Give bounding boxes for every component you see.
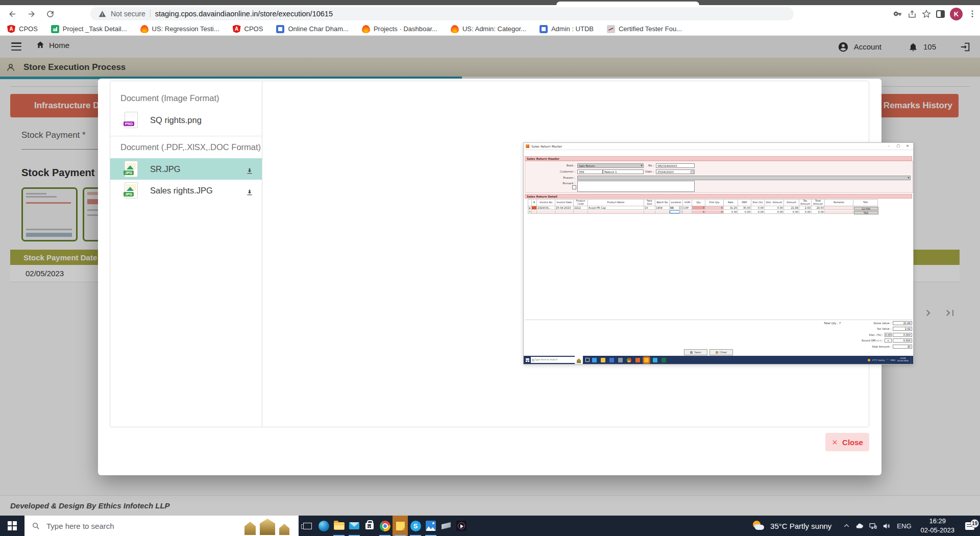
bookmark-item[interactable]: CPOS (7, 25, 38, 33)
sr-grid-column-header: UOM (683, 199, 692, 206)
sr-grid-cell: 0 (692, 210, 705, 214)
taskbar-app-notes[interactable] (393, 516, 408, 536)
taskbar-app-photos[interactable] (423, 516, 438, 536)
sr-grid-cell: Acpat-PR Cap (588, 206, 644, 210)
bookmark-item[interactable]: Projects · Dashboar... (362, 25, 437, 33)
bookmark-item[interactable]: US: Admin: Categor... (451, 25, 526, 33)
sr-total-label: Disc. (%) : (869, 333, 883, 336)
bookmark-label: Admin : UTDB (551, 25, 594, 33)
bookmark-item[interactable]: Certified Tester Fou... (607, 25, 682, 33)
sr-grid-column-header: Amount (784, 199, 799, 206)
taskbar-app-explorer[interactable] (331, 516, 347, 536)
bookmark-item[interactable]: Online Char Dham... (276, 25, 349, 33)
taskbar-app-snip[interactable] (438, 516, 454, 536)
sr-total-row: Disc. (%) :0.000.000 (815, 332, 912, 337)
sr-totals: Gross Value :21.88Tax Value :2.62Disc. (… (815, 321, 912, 350)
forward-button[interactable] (25, 8, 37, 20)
search-icon (32, 522, 40, 530)
start-button[interactable] (0, 516, 24, 536)
action-center-button[interactable]: 19 (960, 522, 980, 530)
back-icon (8, 9, 17, 19)
download-button[interactable] (246, 188, 254, 199)
bookmark-item[interactable]: US: Regression Testi... (140, 25, 219, 33)
side-panel-icon[interactable] (936, 10, 945, 18)
taskbar-app-edge[interactable] (316, 516, 331, 536)
browser-tab[interactable] (556, 2, 699, 5)
notification-badge: 19 (970, 519, 979, 528)
edge-icon (318, 521, 329, 531)
taskbar-app-mail[interactable] (347, 516, 362, 536)
search-input[interactable] (45, 521, 190, 531)
file-type-icon-png: PNG (125, 112, 138, 128)
sr-grid-row-1: ▸2324031...25-04-20232212Acpat-PR Cap101… (528, 206, 878, 210)
sr-taskbar-icon-edge (592, 358, 597, 362)
sr-grid-header-row: #Invoice NoInvoice DateProduct CodeProdu… (528, 199, 878, 206)
bookmark-label: US: Regression Testi... (152, 25, 219, 33)
taskbar-app-store[interactable] (362, 516, 377, 536)
sr-taskbar-icon-chrome (627, 358, 631, 362)
task-view-button[interactable] (299, 516, 316, 536)
bookmark-star-icon[interactable] (922, 9, 931, 18)
sr-taskbar-icon-notes (644, 358, 649, 362)
url-bar[interactable]: Not secure staging.cpos.davaindiaonline.… (90, 7, 794, 20)
sr-grid-cell: 0.00 (765, 206, 784, 210)
sr-clear-button: Clear (709, 349, 733, 355)
mail-icon (349, 522, 359, 529)
screen: Not secure staging.cpos.davaindiaonline.… (0, 0, 980, 536)
file-type-badge: JPG (124, 170, 134, 175)
share-icon[interactable] (908, 9, 917, 18)
sr-taskbar-icon-excel (662, 358, 666, 362)
sr-grid-cell: 35.00 (738, 206, 751, 210)
bookmark-item[interactable]: Project _Task Detail... (51, 25, 127, 33)
volume-icon[interactable] (879, 522, 893, 530)
bookmark-item[interactable]: Admin : UTDB (540, 25, 594, 33)
taskbar-search[interactable] (24, 516, 299, 536)
sr-grid-cell: 0.00 (812, 210, 825, 214)
profile-avatar[interactable]: K (950, 8, 963, 20)
close-button[interactable]: Close (825, 433, 869, 451)
sr-grid-cell: 1909 (655, 206, 670, 210)
taskbar-clock[interactable]: 16:29 02-05-2023 (916, 517, 960, 534)
sr-grid-cell (825, 210, 853, 214)
password-key-icon[interactable] (893, 9, 902, 18)
file-list: Document (Image Format) PNGSQ rights.png… (110, 81, 262, 427)
download-icon (246, 188, 254, 197)
file-item[interactable]: JPGSales rights.JPG (110, 180, 262, 201)
language-indicator[interactable]: ENG (893, 522, 915, 530)
back-button[interactable] (6, 8, 18, 20)
sr-weather-text: 37°C Sunny (872, 359, 885, 361)
notes-icon (396, 522, 405, 530)
weather-widget[interactable]: 35°C Partly sunny (752, 520, 840, 531)
bookmark-favicon-angular (233, 25, 241, 33)
sr-total-value: 0.000 (893, 333, 912, 337)
sr-lang: ENG (891, 359, 895, 361)
sr-reason-label: Reason : (555, 176, 575, 179)
sr-app-icon (526, 144, 529, 148)
sr-window-title: Sales Return Master (531, 144, 562, 148)
file-item[interactable]: JPGSR.JPG (110, 158, 262, 180)
onedrive-cloud-icon[interactable] (853, 522, 866, 530)
bookmark-favicon-bluesq (540, 25, 548, 33)
download-button[interactable] (246, 167, 254, 177)
sr-grid-cell: CAP (683, 206, 692, 210)
browser-menu-icon[interactable] (968, 9, 977, 18)
sr-grid-cell: TAX (854, 211, 878, 214)
taskbar-app-skype[interactable] (408, 516, 423, 536)
sr-grid-column-header: Pack Size (644, 199, 655, 206)
file-item[interactable]: PNGSQ rights.png (110, 109, 262, 131)
sr-total-row: Round Off(+/-) :+0.500 (815, 338, 912, 343)
sr-grid-cell: 0.00 (751, 210, 765, 214)
taskbar-app-movies[interactable] (454, 516, 469, 536)
sr-grid-cell: 0.00 (784, 210, 799, 214)
tray-chevron-icon[interactable] (840, 522, 853, 530)
sr-book-label: Book : (555, 164, 575, 167)
bookmark-item[interactable]: CPOS (233, 25, 263, 33)
sr-grid-marker-header (528, 199, 532, 206)
document-preview-area: Sales Return Master – ▢ ✕ Sales Return H… (262, 81, 869, 427)
file-name: SQ rights.png (150, 115, 202, 125)
reload-button[interactable] (44, 8, 56, 20)
network-icon[interactable] (866, 522, 879, 530)
sr-grid-column-header: Total Amount (812, 199, 825, 206)
taskbar-app-chrome[interactable] (377, 516, 393, 536)
file-name: SR.JPG (150, 164, 181, 174)
